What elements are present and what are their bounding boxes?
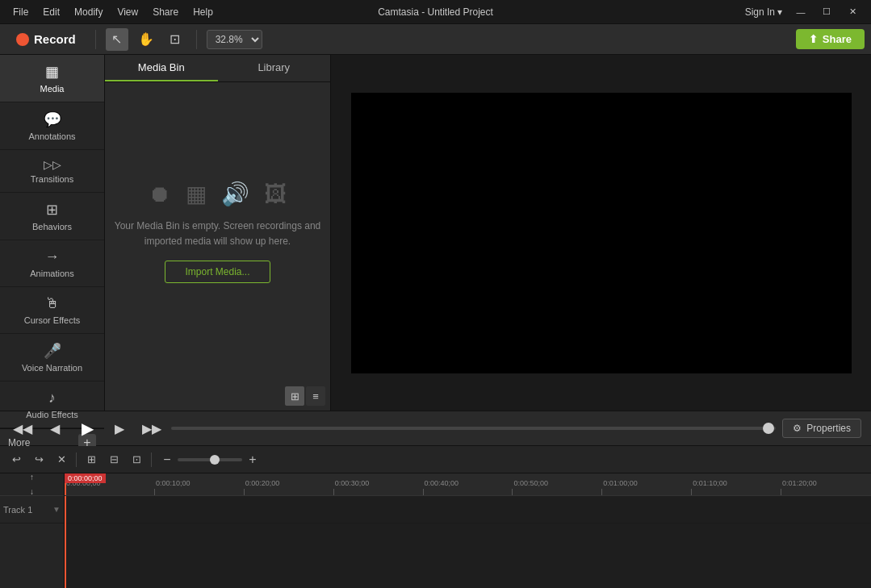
menu-file[interactable]: File [6, 5, 35, 19]
record-label: Record [34, 32, 76, 46]
zoom-slider[interactable] [178, 458, 242, 461]
media-panel: Media Bin Library ⏺ ▦ 🔊 🖼 Your Media Bin… [105, 55, 331, 411]
maximize-button[interactable]: ☐ [814, 4, 839, 20]
menu-view[interactable]: View [111, 5, 144, 19]
go-to-start-button[interactable]: ◀◀ [10, 415, 36, 441]
delete-button[interactable]: ✕ [52, 450, 71, 469]
media-type-icons: ⏺ ▦ 🔊 🖼 [149, 181, 287, 207]
tl-separator-1 [76, 452, 77, 467]
sidebar-item-media[interactable]: ▦ Media [0, 55, 104, 102]
play-button[interactable]: ▶ [74, 415, 100, 441]
share-label: Share [823, 33, 852, 45]
title-bar: File Edit Modify View Share Help Camtasi… [0, 0, 871, 24]
sidebar-item-label-transitions: Transitions [31, 174, 73, 184]
playhead-time-indicator: 0:00:00;00 [65, 473, 106, 483]
record-button[interactable]: Record [6, 29, 86, 49]
minimize-button[interactable]: — [789, 4, 813, 20]
zoom-controls: − + [160, 452, 260, 467]
timeline-area: ↩ ↪ ✕ ⊞ ⊟ ⊡ − + ↑ ↓ Track [0, 446, 871, 588]
audio-effects-icon: ♪ [48, 390, 56, 407]
zoom-slider-thumb [210, 455, 220, 465]
menu-edit[interactable]: Edit [36, 5, 66, 19]
ruler-mark-8: 0:01:20;00 [781, 473, 817, 495]
playback-thumb [763, 423, 774, 434]
copy-props-button[interactable]: ⊞ [82, 450, 101, 469]
import-media-button[interactable]: Import Media... [165, 261, 270, 283]
toolbar-separator-1 [95, 30, 96, 49]
crop-tool-button[interactable]: ⊡ [164, 28, 186, 51]
sidebar-item-behaviors[interactable]: ⊞ Behaviors [0, 193, 104, 240]
undo-button[interactable]: ↩ [6, 450, 26, 469]
sidebar-item-annotations[interactable]: 💬 Annotations [0, 102, 104, 150]
zoom-selector[interactable]: 32.8% [207, 30, 262, 49]
ruler-mark-7: 0:01:10;00 [691, 473, 727, 495]
track-header-top: ↑ ↓ [0, 473, 64, 496]
signin-button[interactable]: Sign In▾ [745, 6, 782, 18]
behaviors-icon: ⊞ [46, 201, 58, 219]
tab-library[interactable]: Library [218, 55, 331, 81]
properties-button[interactable]: ⚙ Properties [782, 419, 861, 438]
menu-help[interactable]: Help [186, 5, 220, 19]
ruler-mark-4: 0:00:40;00 [423, 473, 459, 495]
sidebar-item-animations[interactable]: → Animations [0, 240, 104, 287]
sidebar-item-label-voice-narration: Voice Narration [22, 363, 82, 373]
tab-media-bin[interactable]: Media Bin [105, 55, 218, 81]
track-headers-panel: ↑ ↓ Track 1 ▼ [0, 473, 65, 588]
preview-canvas [351, 93, 852, 373]
video-icon: ▦ [186, 181, 207, 207]
ruler-mark-3: 0:00:30;00 [333, 473, 370, 495]
sidebar-item-transitions[interactable]: ▷▷ Transitions [0, 150, 104, 193]
track-lane-1 [65, 496, 871, 523]
zoom-out-button[interactable]: − [160, 452, 174, 467]
close-button[interactable]: ✕ [840, 4, 865, 20]
track-1-label: Track 1 [3, 505, 32, 515]
tl-separator-2 [151, 452, 152, 467]
grid-view-button[interactable]: ⊞ [285, 386, 304, 406]
timeline-ruler[interactable]: 0:00:00;00 0:00:00;00 0:00:10;00 0:00:20… [65, 473, 871, 496]
track-add-button[interactable]: ↑ [26, 473, 39, 484]
track-lane-empty [65, 523, 871, 588]
audio-icon: 🔊 [221, 181, 249, 207]
list-view-button[interactable]: ≡ [306, 386, 325, 406]
select-tool-button[interactable]: ↖ [106, 28, 128, 51]
step-back-button[interactable]: ◀ [42, 415, 68, 441]
menu-bar: File Edit Modify View Share Help [6, 5, 220, 19]
track-1-collapse-icon[interactable]: ▼ [52, 505, 61, 514]
split-button[interactable]: ⊡ [127, 450, 146, 469]
share-button[interactable]: ⬆ Share [796, 29, 865, 49]
transitions-icon: ▷▷ [44, 158, 61, 171]
hand-tool-button[interactable]: ✋ [135, 28, 157, 51]
sidebar-item-cursor-effects[interactable]: 🖱 Cursor Effects [0, 287, 104, 334]
top-toolbar: Record ↖ ✋ ⊡ 32.8% ⬆ Share [0, 24, 871, 55]
properties-label: Properties [806, 423, 851, 434]
cursor-effects-icon: 🖱 [45, 295, 60, 312]
preview-area [331, 55, 871, 411]
ruler-mark-2: 0:00:20;00 [244, 473, 280, 495]
media-empty-message: Your Media Bin is empty. Screen recordin… [105, 219, 330, 249]
media-bin-content: ⏺ ▦ 🔊 🖼 Your Media Bin is empty. Screen … [105, 82, 330, 382]
track-list: Track 1 ▼ [0, 496, 64, 588]
timeline-ruler-wrapper: 0:00:00;00 0:00:00;00 0:00:10;00 0:00:20… [65, 473, 871, 588]
media-icon: ▦ [45, 63, 59, 81]
playback-slider[interactable] [171, 427, 776, 430]
playback-controls: ◀◀ ◀ ▶ ▶ ▶▶ ⚙ Properties [0, 411, 871, 446]
annotations-icon: 💬 [44, 111, 61, 128]
sidebar: ▦ Media 💬 Annotations ▷▷ Transitions ⊞ B… [0, 55, 105, 411]
sidebar-item-label-annotations: Annotations [28, 131, 75, 141]
recording-icon: ⏺ [149, 181, 171, 207]
sidebar-item-label-media: Media [40, 84, 65, 94]
sidebar-item-voice-narration[interactable]: 🎤 Voice Narration [0, 334, 104, 382]
ruler-mark-5: 0:00:50;00 [512, 473, 548, 495]
menu-modify[interactable]: Modify [68, 5, 109, 19]
redo-button[interactable]: ↪ [29, 450, 48, 469]
animations-icon: → [45, 248, 60, 265]
zoom-in-button[interactable]: + [245, 452, 260, 467]
panel-view-toggle: ⊞ ≡ [105, 382, 330, 411]
step-forward-button[interactable]: ▶ [107, 415, 132, 441]
menu-share[interactable]: Share [146, 5, 185, 19]
go-to-end-button[interactable]: ▶▶ [139, 415, 165, 441]
timeline-content: ↑ ↓ Track 1 ▼ 0:00:00;00 0:00:00;00 [0, 473, 871, 588]
main-layout: ▦ Media 💬 Annotations ▷▷ Transitions ⊞ B… [0, 55, 871, 411]
paste-props-button[interactable]: ⊟ [104, 450, 124, 469]
sidebar-item-label-behaviors: Behaviors [32, 222, 72, 231]
